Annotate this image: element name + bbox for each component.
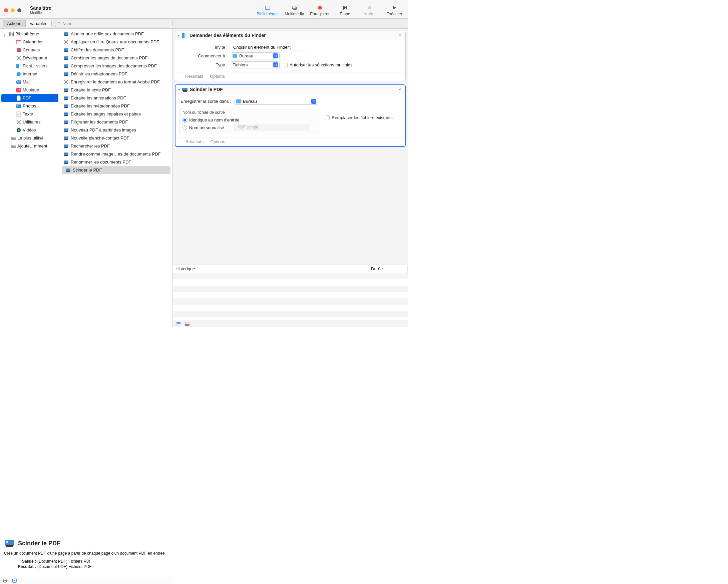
- toolbar-step-button[interactable]: Étape: [336, 5, 354, 16]
- close-action-button[interactable]: ×: [397, 87, 402, 92]
- svg-rect-78: [185, 322, 189, 323]
- sidebar-item-calendar[interactable]: Calendrier: [1, 38, 58, 46]
- action-list-item[interactable]: Appliquer un filtre Quartz aux documents…: [60, 38, 173, 46]
- prompt-input[interactable]: [231, 44, 306, 50]
- sidebar-item-photos[interactable]: Photos: [1, 102, 58, 110]
- view-list-button[interactable]: [176, 321, 181, 326]
- action-list-item[interactable]: Compresser les images des documents PDF: [60, 62, 173, 70]
- close-action-button[interactable]: ×: [397, 33, 403, 38]
- svg-rect-62: [64, 139, 68, 140]
- contacts-icon: [16, 47, 21, 53]
- radio-same-name[interactable]: [182, 118, 187, 123]
- segment-variables[interactable]: Variables: [25, 20, 51, 27]
- svg-rect-0: [266, 6, 270, 10]
- results-tab[interactable]: Résultats: [185, 139, 204, 144]
- sidebar-item-internet[interactable]: Internet: [1, 70, 58, 78]
- sidebar-icon: [265, 5, 270, 11]
- history-row: [173, 298, 408, 305]
- action-list-item[interactable]: Extraire les pages impaires et paires: [60, 110, 173, 118]
- replace-existing-checkbox[interactable]: Remplacer les fichiers existants: [325, 115, 393, 120]
- preview-app-icon: [182, 86, 188, 93]
- action-list-item[interactable]: Combiner les pages de documents PDF: [60, 54, 173, 62]
- action-list-item[interactable]: Scinder le PDF: [62, 166, 171, 174]
- minimize-window-button[interactable]: [11, 8, 15, 12]
- zoom-window-button[interactable]: [17, 8, 21, 12]
- options-tab[interactable]: Options: [210, 139, 225, 144]
- preview-app-icon: [63, 31, 69, 37]
- toolbar-run-button[interactable]: Exécuter: [385, 5, 404, 16]
- action-list-item[interactable]: Chiffrer les documents PDF: [60, 46, 173, 54]
- close-window-button[interactable]: [4, 8, 8, 12]
- main-area: ▾ Bibliothèque Calendrier Contacts Dével…: [0, 29, 408, 327]
- segment-actions[interactable]: Actions: [3, 20, 25, 27]
- preview-icon: [16, 103, 21, 109]
- text-icon: [16, 111, 21, 117]
- custom-name-input[interactable]: PDF scindé: [235, 124, 309, 131]
- toolbar-stop-button[interactable]: Arrêter: [360, 5, 379, 16]
- options-tab[interactable]: Options: [210, 74, 225, 79]
- disclosure-triangle-icon[interactable]: ▾: [4, 32, 7, 36]
- sidebar-item-text[interactable]: Texte: [1, 110, 58, 118]
- sidebar-item-music[interactable]: Musique: [1, 86, 58, 94]
- sidebar-item-videos[interactable]: Vidéos: [1, 126, 58, 134]
- folder-icon: [233, 54, 237, 58]
- action-list-item[interactable]: Nouveau PDF à partir des images: [60, 126, 173, 134]
- sidebar-item-files[interactable]: Fichi…ssiers: [1, 62, 58, 70]
- type-select[interactable]: Fichiers: [231, 61, 280, 69]
- action-list-item[interactable]: Nouvelle planche-contact PDF: [60, 134, 173, 142]
- action-list-item[interactable]: Rechercher les PDF: [60, 142, 173, 150]
- svg-rect-68: [64, 163, 68, 164]
- output-folder-select[interactable]: Bureau: [235, 98, 318, 105]
- sidebar-root-library[interactable]: ▾ Bibliothèque: [1, 30, 58, 38]
- disclosure-triangle-icon[interactable]: ▾: [178, 34, 180, 37]
- sidebar-item-utilities[interactable]: Utilitaires: [1, 118, 58, 126]
- history-col-log[interactable]: Historique: [173, 265, 368, 273]
- svg-marker-5: [344, 6, 346, 10]
- sidebar-item-mail[interactable]: Mail: [1, 78, 58, 86]
- record-icon: [317, 5, 323, 11]
- window-controls: [4, 8, 21, 12]
- preview-app-icon: [63, 152, 69, 157]
- toolbar-media-button[interactable]: Multimédia: [285, 5, 304, 16]
- allow-multi-checkbox[interactable]: Autoriser les sélections multiples: [283, 62, 353, 68]
- toolbar-record-button[interactable]: Enregistrer: [310, 5, 330, 16]
- svg-rect-13: [12, 33, 13, 36]
- radio-custom-name[interactable]: [182, 125, 187, 130]
- svg-rect-24: [16, 88, 21, 93]
- action-list-item[interactable]: Renommer les documents PDF: [60, 158, 173, 166]
- start-at-select[interactable]: Bureau: [231, 52, 280, 59]
- action-list-item[interactable]: Enregistrer le document au format Adobe …: [60, 78, 173, 86]
- toolbar: Bibliothèque Multimédia Enregistrer Étap…: [257, 4, 404, 16]
- sidebar-most-used[interactable]: Le plus utilisé: [1, 134, 58, 142]
- action-list-item[interactable]: Filigraner les documents PDF: [60, 118, 173, 126]
- pdf-page-icon: [16, 96, 21, 101]
- action-list-item[interactable]: Extraire le texte PDF: [60, 86, 173, 94]
- finder-icon: [16, 64, 21, 69]
- search-field[interactable]: [55, 20, 173, 27]
- action-list-item[interactable]: Extraire les métadonnées PDF: [60, 102, 173, 110]
- disclosure-triangle-icon[interactable]: ▾: [178, 88, 180, 92]
- workflow-action-split-pdf[interactable]: ▾ Scinder le PDF × Enregistrer la sortie…: [175, 84, 406, 147]
- workflow-canvas[interactable]: ▾ Demander des éléments du Finder × Invi…: [173, 29, 408, 264]
- library-sidebar: ▾ Bibliothèque Calendrier Contacts Dével…: [0, 29, 60, 327]
- sidebar-recently-added[interactable]: Ajouté…mment: [1, 142, 58, 150]
- history-col-duration[interactable]: Durée: [368, 265, 408, 273]
- results-tab[interactable]: Résultats: [185, 74, 203, 79]
- workflow-action-ask-finder[interactable]: ▾ Demander des éléments du Finder × Invi…: [175, 31, 406, 81]
- action-list-item[interactable]: Ajouter une grille aux documents PDF: [60, 30, 173, 38]
- search-input[interactable]: [62, 21, 170, 26]
- svg-rect-60: [64, 131, 68, 132]
- globe-icon: [16, 71, 21, 77]
- preview-app-icon: [63, 64, 69, 69]
- action-list-item[interactable]: Extraire les annotations PDF: [60, 94, 173, 102]
- svg-point-9: [58, 22, 60, 24]
- actions-variables-segment: Actions Variables: [3, 20, 52, 27]
- sidebar-item-pdf[interactable]: PDF: [1, 94, 58, 102]
- toolbar-library-button[interactable]: Bibliothèque: [257, 5, 279, 16]
- sidebar-item-developer[interactable]: Développeur: [1, 54, 58, 62]
- sidebar-item-contacts[interactable]: Contacts: [1, 46, 58, 54]
- action-list-item[interactable]: Définir les métadonnées PDF: [60, 70, 173, 78]
- action-list-item[interactable]: Rendre comme image…es de documents PDF: [60, 150, 173, 158]
- music-icon: [16, 87, 21, 93]
- view-flow-button[interactable]: [185, 321, 189, 326]
